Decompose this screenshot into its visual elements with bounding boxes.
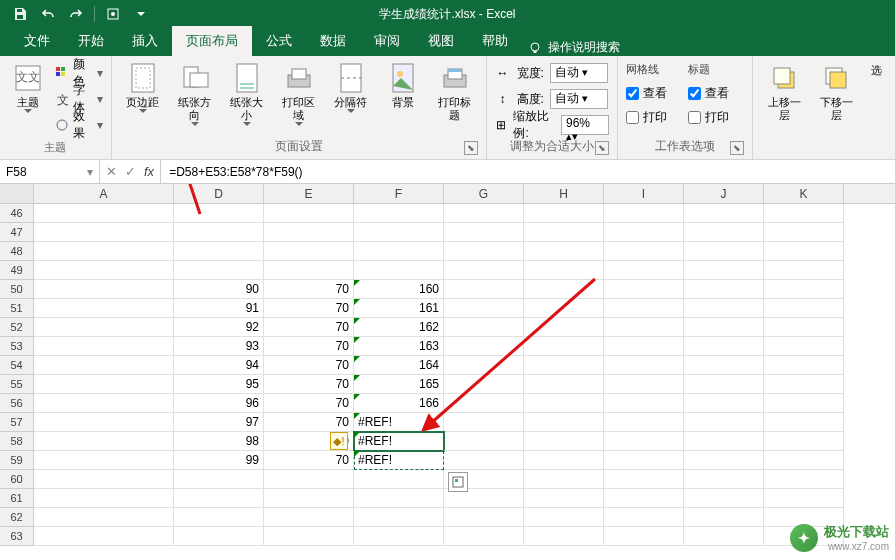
cell[interactable] [524, 451, 604, 470]
cell[interactable]: 93 [174, 337, 264, 356]
tab-formulas[interactable]: 公式 [252, 26, 306, 56]
save-icon[interactable] [8, 3, 32, 25]
cell[interactable] [444, 394, 524, 413]
cell[interactable] [34, 261, 174, 280]
row-header[interactable]: 58 [0, 432, 34, 451]
cell[interactable] [684, 508, 764, 527]
cell[interactable] [604, 280, 684, 299]
cell[interactable]: 98 [174, 432, 264, 451]
cell[interactable] [604, 204, 684, 223]
row-header[interactable]: 51 [0, 299, 34, 318]
row-header[interactable]: 53 [0, 337, 34, 356]
tab-page-layout[interactable]: 页面布局 [172, 26, 252, 56]
breaks-button[interactable]: 分隔符 [328, 60, 374, 116]
cell[interactable]: 70 [264, 394, 354, 413]
cell[interactable] [764, 375, 844, 394]
cell[interactable] [764, 356, 844, 375]
cell[interactable] [444, 299, 524, 318]
spreadsheet-grid[interactable]: ADEFGHIJK 464748495090701605191701615292… [0, 184, 895, 556]
cell[interactable] [444, 337, 524, 356]
cell[interactable]: 70 [264, 356, 354, 375]
cell[interactable] [604, 489, 684, 508]
tab-home[interactable]: 开始 [64, 26, 118, 56]
cell[interactable] [34, 508, 174, 527]
cell[interactable]: 97 [174, 413, 264, 432]
print-area-button[interactable]: 打印区域 [276, 60, 322, 129]
tell-me-search[interactable]: 操作说明搜索 [528, 39, 620, 56]
cell[interactable] [684, 375, 764, 394]
cell[interactable] [764, 223, 844, 242]
cell[interactable] [444, 375, 524, 394]
cell[interactable] [444, 356, 524, 375]
cell[interactable] [444, 432, 524, 451]
cell[interactable]: 70 [264, 413, 354, 432]
cell[interactable] [524, 242, 604, 261]
cell[interactable]: 91 [174, 299, 264, 318]
col-header-G[interactable]: G [444, 184, 524, 203]
cell[interactable] [34, 413, 174, 432]
cell[interactable] [34, 318, 174, 337]
tab-review[interactable]: 审阅 [360, 26, 414, 56]
cell[interactable] [264, 527, 354, 546]
cell[interactable] [764, 432, 844, 451]
cell[interactable] [174, 261, 264, 280]
cell[interactable] [34, 223, 174, 242]
cell[interactable] [764, 394, 844, 413]
col-header-I[interactable]: I [604, 184, 684, 203]
cell[interactable] [34, 527, 174, 546]
undo-icon[interactable] [36, 3, 60, 25]
cell-reference-input[interactable] [6, 165, 66, 179]
cell[interactable] [764, 337, 844, 356]
cell[interactable]: 70 [264, 280, 354, 299]
cell[interactable] [604, 413, 684, 432]
scale-width-select[interactable]: 自动 ▾ [550, 63, 608, 83]
cell[interactable] [354, 508, 444, 527]
cell[interactable] [174, 508, 264, 527]
cell[interactable] [524, 223, 604, 242]
cell[interactable] [764, 204, 844, 223]
cell[interactable] [34, 356, 174, 375]
cell[interactable] [354, 470, 444, 489]
cell[interactable] [444, 508, 524, 527]
cell[interactable] [524, 489, 604, 508]
theme-fonts-button[interactable]: 文字体▾ [55, 88, 103, 110]
margins-button[interactable]: 页边距 [120, 60, 166, 116]
cell[interactable] [764, 451, 844, 470]
cell[interactable] [444, 242, 524, 261]
tab-file[interactable]: 文件 [10, 26, 64, 56]
cell[interactable]: 92 [174, 318, 264, 337]
cell[interactable]: 70 [264, 451, 354, 470]
cell[interactable] [604, 375, 684, 394]
accept-formula-icon[interactable]: ✓ [125, 164, 136, 179]
cell[interactable]: 90 [174, 280, 264, 299]
cell[interactable] [444, 204, 524, 223]
cell[interactable] [354, 261, 444, 280]
cell[interactable] [34, 432, 174, 451]
cell[interactable]: 166 [354, 394, 444, 413]
cell[interactable] [684, 242, 764, 261]
cell[interactable] [604, 299, 684, 318]
cell[interactable] [604, 394, 684, 413]
cell[interactable] [684, 280, 764, 299]
cell[interactable] [684, 451, 764, 470]
cell[interactable] [34, 280, 174, 299]
gridlines-view-checkbox[interactable]: 查看 [626, 83, 682, 103]
cell[interactable] [524, 337, 604, 356]
cell[interactable] [684, 223, 764, 242]
cell[interactable]: #REF! [354, 451, 444, 470]
paste-options-icon[interactable] [448, 472, 468, 492]
cell[interactable] [684, 204, 764, 223]
cell[interactable]: 165 [354, 375, 444, 394]
cell[interactable] [174, 242, 264, 261]
cell[interactable] [524, 508, 604, 527]
cell[interactable] [604, 508, 684, 527]
cell[interactable] [444, 527, 524, 546]
cell[interactable] [764, 470, 844, 489]
headings-print-checkbox[interactable]: 打印 [688, 107, 744, 127]
cell[interactable] [764, 413, 844, 432]
themes-button[interactable]: 文文 主题 [8, 60, 49, 116]
cell[interactable] [684, 337, 764, 356]
cell[interactable] [764, 318, 844, 337]
sheetopts-launcher-icon[interactable]: ⬊ [730, 141, 744, 155]
col-header-F[interactable]: F [354, 184, 444, 203]
